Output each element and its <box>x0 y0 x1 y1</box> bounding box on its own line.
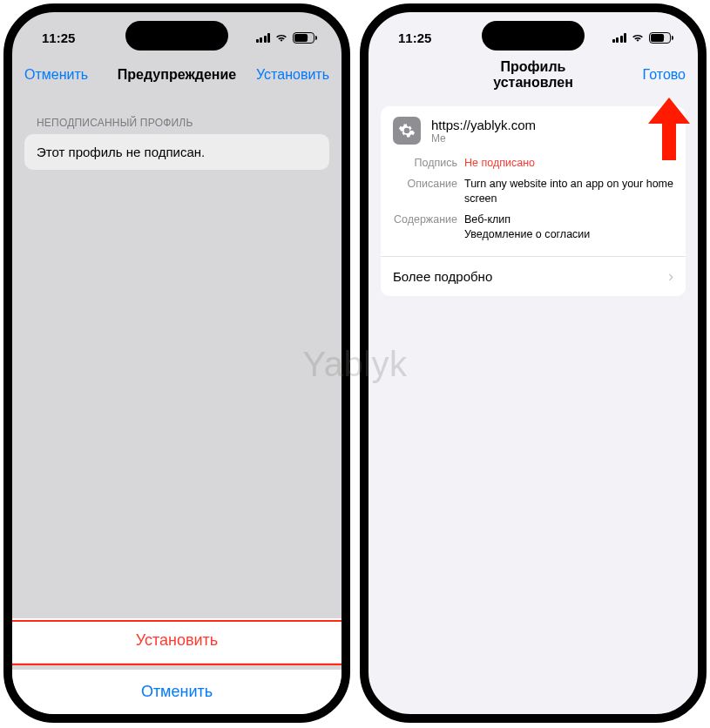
phone-left: 11:25 69 Отменить Предупреждение Установ… <box>3 3 350 723</box>
section-header-unsigned: НЕПОДПИСАННЫЙ ПРОФИЛЬ <box>12 94 341 134</box>
profile-header: https://yablyk.com Me <box>381 106 686 153</box>
row-signature: Подпись Не подписано <box>381 153 686 174</box>
install-button-sheet[interactable]: Установить <box>12 618 341 663</box>
nav-title: Профиль установлен <box>459 59 607 91</box>
profile-url: https://yablyk.com <box>431 118 536 132</box>
unsigned-cell-group: Этот профиль не подписан. <box>24 134 329 170</box>
row-description: Описание Turn any website into an app on… <box>381 174 686 210</box>
label-contents: Содержание <box>393 212 464 243</box>
value-contents-1: Веб-клип <box>464 212 673 228</box>
battery-icon: 69 <box>649 32 673 44</box>
battery-icon: 69 <box>293 32 317 44</box>
cellular-signal-icon <box>612 32 627 43</box>
wifi-icon <box>274 32 288 43</box>
status-right: 69 <box>256 32 318 44</box>
unsigned-message: Этот профиль не подписан. <box>24 134 329 170</box>
more-details-label: Более подробно <box>393 269 492 284</box>
value-description: Turn any website into an app on your hom… <box>464 177 673 207</box>
more-details-button[interactable]: Более подробно › <box>381 256 686 296</box>
cancel-button[interactable]: Отменить <box>24 67 103 83</box>
nav-bar: Профиль установлен Готово <box>369 56 698 94</box>
action-sheet: Установить Отменить <box>12 618 341 714</box>
profile-sublabel: Me <box>431 132 536 145</box>
cancel-button-sheet[interactable]: Отменить <box>12 670 341 714</box>
nav-bar: Отменить Предупреждение Установить <box>12 56 341 94</box>
label-signature: Подпись <box>393 156 464 172</box>
chevron-right-icon: › <box>668 267 673 286</box>
value-signature: Не подписано <box>464 156 673 172</box>
settings-gear-icon <box>393 117 421 145</box>
phone-right: 11:25 69 Профиль установлен Готово <box>360 3 707 723</box>
battery-percent: 69 <box>299 33 308 42</box>
status-right: 69 <box>612 32 674 44</box>
value-contents-2: Уведомление о согласии <box>464 227 673 243</box>
battery-percent: 69 <box>655 33 664 42</box>
dynamic-island <box>125 21 228 51</box>
wifi-icon <box>631 32 645 43</box>
profile-card: https://yablyk.com Me Подпись Не подписа… <box>381 106 686 296</box>
status-time: 11:25 <box>42 30 75 45</box>
install-button-top[interactable]: Установить <box>251 67 329 83</box>
label-description: Описание <box>393 177 464 207</box>
nav-title: Предупреждение <box>103 67 251 83</box>
row-contents: Содержание Веб-клип Уведомление о соглас… <box>381 210 686 246</box>
cellular-signal-icon <box>256 32 271 43</box>
dynamic-island <box>482 21 585 51</box>
status-time: 11:25 <box>398 30 431 45</box>
done-button[interactable]: Готово <box>607 67 686 83</box>
